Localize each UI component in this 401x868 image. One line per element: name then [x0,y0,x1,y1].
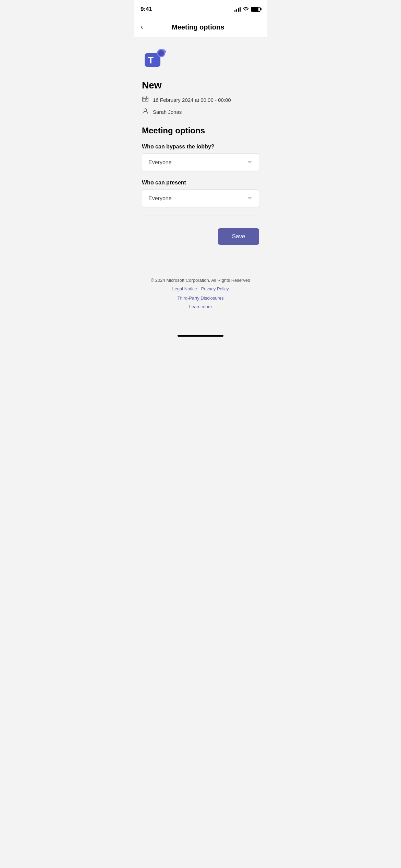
footer-links: Legal Notice Privacy Policy Third-Party … [150,286,251,301]
svg-rect-7 [145,99,146,100]
meeting-date: 16 February 2024 at 00:00 - 00:00 [153,97,231,103]
back-button[interactable]: ‹ [141,21,146,33]
legal-notice-link[interactable]: Legal Notice [172,286,197,291]
present-option-group: Who can present Everyone [142,180,259,207]
lobby-option-group: Who can bypass the lobby? Everyone [142,144,259,171]
svg-rect-8 [146,99,147,100]
svg-text:T: T [148,55,154,65]
lobby-value: Everyone [148,159,172,166]
svg-point-4 [158,50,164,56]
save-button[interactable]: Save [218,228,259,245]
svg-rect-6 [144,99,144,100]
chevron-down-icon [247,159,253,166]
signal-icon [234,7,241,12]
footer-copyright: © 2024 Microsoft Corporation. All Rights… [150,278,251,283]
person-icon [142,108,149,116]
third-party-link[interactable]: Third-Party Disclosures [177,296,223,301]
svg-point-11 [144,109,147,111]
meeting-options-section: Meeting options Who can bypass the lobby… [142,126,259,207]
status-time: 9:41 [141,6,152,13]
meeting-date-row: 16 February 2024 at 00:00 - 00:00 [142,96,259,104]
battery-icon [251,7,260,12]
save-section: Save [142,223,259,250]
nav-header: ‹ Meeting options [134,17,267,37]
teams-logo: T [142,46,169,73]
divider [142,216,259,216]
status-bar: 9:41 [134,0,267,17]
meeting-title: New [142,80,259,91]
chevron-down-icon [247,195,253,202]
calendar-icon [142,96,149,104]
svg-rect-10 [145,100,146,101]
page-title: Meeting options [146,23,250,31]
lobby-dropdown[interactable]: Everyone [142,153,259,171]
present-dropdown[interactable]: Everyone [142,189,259,207]
options-heading: Meeting options [142,126,259,135]
svg-rect-9 [144,100,144,101]
present-value: Everyone [148,195,172,202]
present-label: Who can present [142,180,259,186]
meeting-organizer: Sarah Jonas [153,109,182,115]
meeting-organizer-row: Sarah Jonas [142,108,259,116]
learn-more-link[interactable]: Learn more [189,304,212,309]
footer: © 2024 Microsoft Corporation. All Rights… [142,271,259,320]
wifi-icon [243,7,249,12]
content-area: T New 16 February 2024 at 00:00 - 00:00 [134,37,267,328]
status-icons [234,7,260,12]
home-indicator [178,335,223,337]
lobby-label: Who can bypass the lobby? [142,144,259,150]
privacy-policy-link[interactable]: Privacy Policy [201,286,229,291]
